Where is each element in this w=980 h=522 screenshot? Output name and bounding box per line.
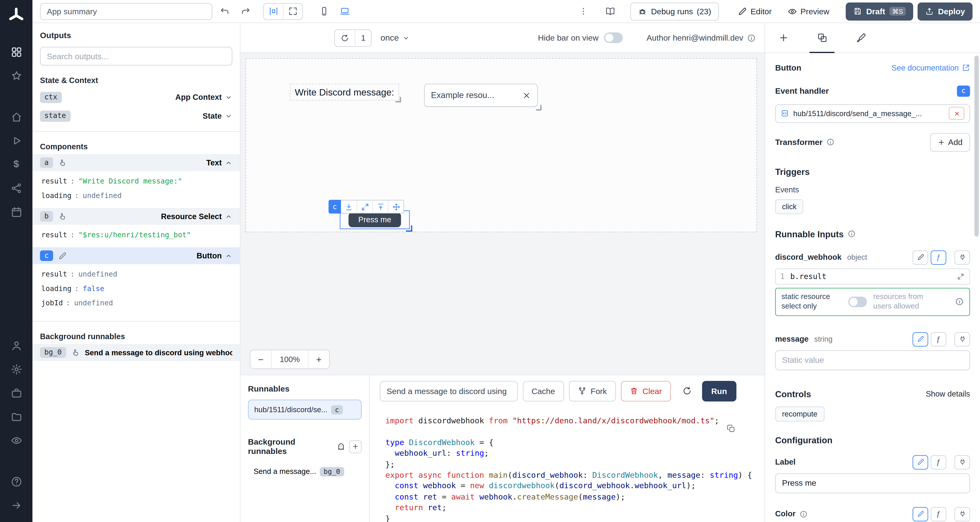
cache-button[interactable]: Cache xyxy=(523,381,564,401)
dock-component-button[interactable] xyxy=(341,201,356,213)
tab-component-settings[interactable] xyxy=(811,23,833,53)
fullscreen-button[interactable] xyxy=(283,3,302,19)
webhook-eval-button[interactable]: ƒ xyxy=(931,250,947,264)
move-component-button[interactable] xyxy=(388,201,404,213)
code-content: import discordwebhook from "https://deno… xyxy=(385,415,765,522)
state-expand-button[interactable]: State xyxy=(202,112,232,121)
info-icon[interactable] xyxy=(799,510,807,518)
deploy-button[interactable]: Deploy xyxy=(917,2,972,21)
clear-select-button[interactable] xyxy=(522,91,531,100)
editor-tab-button[interactable]: Editor xyxy=(732,2,778,21)
color-connect-button[interactable] xyxy=(955,507,970,521)
background-runnable-item[interactable]: Send a message... bg_0 xyxy=(248,462,361,481)
info-icon[interactable] xyxy=(747,33,756,42)
code-editor[interactable]: import discordwebhook from "https://deno… xyxy=(370,407,765,522)
sidebar-audit-button[interactable] xyxy=(5,430,27,451)
sidebar-collapse-button[interactable] xyxy=(5,495,27,516)
frequency-select[interactable]: once xyxy=(380,33,409,43)
expand-expression-button[interactable] xyxy=(957,273,964,280)
center-layout-button[interactable] xyxy=(264,3,283,19)
fork-button[interactable]: Fork xyxy=(569,381,616,401)
sidebar-schedules-button[interactable] xyxy=(5,201,27,222)
tab-styling[interactable] xyxy=(850,23,871,53)
ctx-expand-button[interactable]: App Context xyxy=(175,93,232,102)
add-background-runnable-button[interactable] xyxy=(349,440,362,453)
more-menu-button[interactable] xyxy=(576,3,592,19)
message-eval-button[interactable]: ƒ xyxy=(931,332,947,346)
see-documentation-link[interactable]: See documentation xyxy=(891,63,970,72)
search-outputs-input[interactable] xyxy=(40,47,232,65)
anchor-component-button[interactable] xyxy=(372,201,388,213)
message-static-value-input[interactable] xyxy=(775,350,970,370)
run-button[interactable]: Run xyxy=(702,381,737,401)
windmill-logo[interactable] xyxy=(7,6,25,25)
sidebar-workers-button[interactable] xyxy=(5,382,27,403)
zoom-out-button[interactable]: − xyxy=(250,350,271,368)
webhook-connect-button[interactable] xyxy=(955,250,970,264)
runnable-item-selected[interactable]: hub/1511/discord/se... c xyxy=(248,400,361,420)
attached-runnable-chip[interactable]: hub/1511/discord/send_a_message_... xyxy=(775,104,970,123)
script-name-input[interactable]: Send a message to discord using xyxy=(380,381,518,401)
draft-save-button[interactable]: Draft ⌘S xyxy=(846,2,913,21)
desktop-view-button[interactable] xyxy=(337,3,353,19)
debug-runs-button[interactable]: Debug runs (23) xyxy=(630,2,719,21)
refresh-app-button[interactable] xyxy=(335,30,355,46)
resource-select-component[interactable]: Example resou... xyxy=(424,84,538,107)
label-value-input[interactable] xyxy=(775,473,970,493)
label-connect-button[interactable] xyxy=(955,455,970,469)
app-summary-input[interactable] xyxy=(40,3,212,19)
tab-insert-component[interactable] xyxy=(773,23,794,53)
resources-from-users-toggle[interactable] xyxy=(848,296,867,307)
label-eval-button[interactable]: ƒ xyxy=(931,455,947,469)
state-row[interactable]: state State xyxy=(32,107,240,126)
detach-runnable-button[interactable] xyxy=(949,107,964,120)
clear-button[interactable]: Clear xyxy=(620,381,671,401)
ctx-row[interactable]: ctx App Context xyxy=(32,88,240,107)
sidebar-favorites-button[interactable] xyxy=(5,65,27,86)
app-canvas[interactable]: Write Discord message: Example resou... … xyxy=(245,58,757,232)
mobile-icon xyxy=(319,6,329,16)
reload-script-button[interactable] xyxy=(679,386,694,396)
undo-button[interactable] xyxy=(216,3,233,19)
sidebar-home-button[interactable] xyxy=(5,106,27,127)
mobile-view-button[interactable] xyxy=(316,3,332,19)
info-icon[interactable] xyxy=(826,138,834,146)
color-field-name: Color xyxy=(775,510,795,519)
message-connect-button[interactable] xyxy=(955,332,970,346)
sidebar-account-button[interactable] xyxy=(5,334,27,356)
color-static-editor-button[interactable] xyxy=(913,507,928,521)
zoom-in-button[interactable]: + xyxy=(309,350,329,368)
show-details-link[interactable]: Show details xyxy=(926,390,970,398)
info-icon[interactable] xyxy=(955,298,964,306)
component-b-header[interactable]: b Resource Select xyxy=(32,208,240,225)
webhook-static-editor-button[interactable] xyxy=(913,250,928,264)
text-component[interactable]: Write Discord message: xyxy=(293,86,397,98)
sidebar-folders-button[interactable] xyxy=(5,406,27,427)
info-icon[interactable] xyxy=(847,230,856,238)
sidebar-runs-button[interactable] xyxy=(5,130,27,151)
component-a-header[interactable]: a Text xyxy=(32,154,240,171)
preview-tab-button[interactable]: Preview xyxy=(782,2,835,21)
sidebar-resources-button[interactable] xyxy=(5,177,27,199)
background-item-badge: bg_0 xyxy=(320,467,344,476)
sidebar-settings-button[interactable] xyxy=(5,358,27,380)
settings-scrollbar[interactable] xyxy=(974,56,978,237)
webhook-expression-input[interactable]: 1 b.result xyxy=(775,268,970,285)
background-runnable-header[interactable]: bg_0 Send a message to discord using web… xyxy=(32,344,240,361)
label-static-editor-button[interactable] xyxy=(913,455,928,469)
redo-button[interactable] xyxy=(237,3,254,19)
add-transformer-button[interactable]: Add xyxy=(930,133,970,152)
press-me-button[interactable]: Press me xyxy=(348,212,401,227)
sidebar-variables-button[interactable]: $ xyxy=(5,154,27,175)
expand-component-button[interactable] xyxy=(356,201,372,213)
copy-code-button[interactable] xyxy=(726,424,736,433)
docs-button[interactable] xyxy=(602,3,619,19)
sidebar-apps-button[interactable] xyxy=(5,41,27,63)
component-c-header[interactable]: c Button xyxy=(32,247,240,264)
message-static-editor-button[interactable] xyxy=(913,332,928,346)
sidebar-help-button[interactable] xyxy=(5,471,27,492)
color-eval-button[interactable]: ƒ xyxy=(931,507,947,521)
hide-bar-toggle[interactable] xyxy=(604,32,623,43)
left-nav-sidebar: $ xyxy=(0,0,32,522)
expand-icon xyxy=(957,273,964,280)
